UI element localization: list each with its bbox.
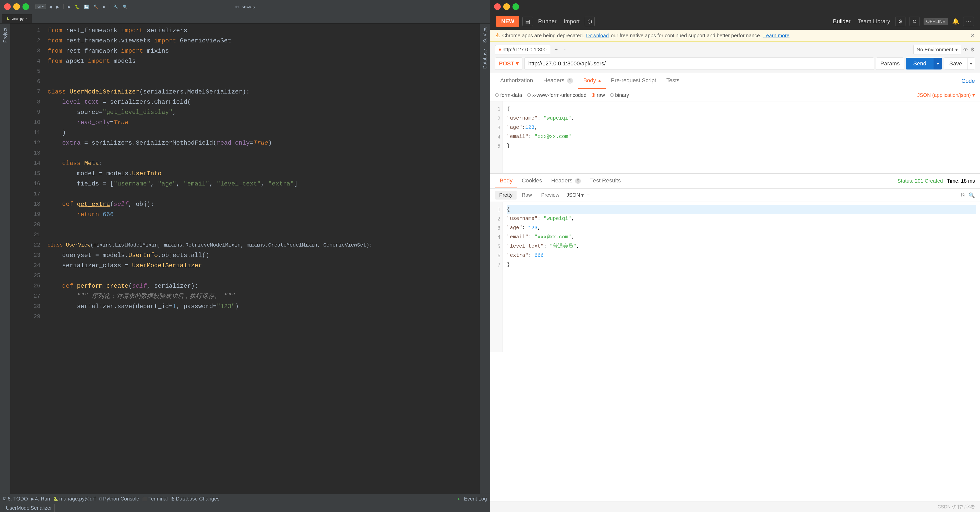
test-results-tab[interactable]: Test Results	[585, 174, 625, 188]
save-button[interactable]: Save	[944, 57, 967, 70]
code-line-5	[48, 67, 476, 77]
cookies-tab[interactable]: Cookies	[517, 174, 546, 188]
build-button[interactable]: 🔨	[92, 4, 99, 10]
run-status[interactable]: ▶ 4: Run	[31, 496, 50, 502]
eye-icon-button[interactable]: 👁	[963, 46, 968, 53]
ide-tab-views-py[interactable]: 🐍 views.py ✕	[2, 14, 32, 23]
ide-tabs-bar: 🐍 views.py ✕	[0, 13, 490, 24]
response-code-area[interactable]: 1 2 3 4 5 6 7 { "username": "wupeiqi", "…	[490, 202, 980, 352]
headers-response-tab[interactable]: Headers 9	[547, 174, 586, 188]
send-dropdown-button[interactable]: ▾	[934, 58, 942, 70]
back-button[interactable]: ◀	[48, 4, 53, 10]
notification-bell-icon[interactable]: 🔔	[952, 18, 959, 25]
raw-radio[interactable]: raw	[592, 92, 605, 98]
save-dropdown-button[interactable]: ▾	[967, 57, 975, 70]
url-input[interactable]	[525, 57, 874, 70]
binary-radio[interactable]: binary	[610, 92, 629, 98]
ide-title: drf – views.py	[235, 5, 255, 9]
more-tabs-button[interactable]: ···	[562, 46, 570, 53]
todo-status[interactable]: ☑ 6: TODO	[3, 496, 28, 502]
run-button[interactable]: ▶	[67, 4, 72, 10]
builder-nav-link[interactable]: Builder	[831, 18, 852, 25]
monitor-icon-button[interactable]: ⬡	[585, 17, 595, 26]
json-type-selector[interactable]: JSON (application/json) ▾	[917, 92, 975, 98]
search-button[interactable]: 🔍	[121, 4, 129, 10]
more-options-button[interactable]: ⋯	[963, 17, 974, 26]
urlencoded-radio[interactable]: x-www-form-urlencoded	[527, 92, 587, 98]
sync-button[interactable]: 🔄	[83, 4, 90, 10]
settings-button[interactable]: ⚙	[895, 17, 905, 26]
event-log-status[interactable]: Event Log	[464, 496, 487, 502]
runner-nav-link[interactable]: Runner	[536, 18, 558, 25]
learn-more-link[interactable]: Learn more	[763, 33, 789, 38]
postman-window-controls	[494, 3, 519, 10]
method-selector[interactable]: POST ▾	[495, 57, 522, 70]
tests-tab[interactable]: Tests	[661, 73, 684, 89]
postman-close-button[interactable]	[494, 3, 501, 10]
urlencoded-radio-circle	[527, 93, 531, 97]
headers-tab[interactable]: Headers 1	[538, 73, 578, 89]
body-dot	[598, 80, 601, 82]
env-settings-button[interactable]: ⚙	[970, 46, 975, 53]
ide-close-button[interactable]	[4, 3, 11, 10]
forward-button[interactable]: ▶	[55, 4, 60, 10]
add-tab-button[interactable]: +	[552, 45, 560, 54]
response-code-content[interactable]: { "username": "wupeiqi", "age": 123, "em…	[503, 202, 980, 352]
terminal-status[interactable]: ⬛ Terminal	[142, 496, 168, 502]
new-button[interactable]: NEW	[496, 16, 519, 27]
authorization-tab[interactable]: Authorization	[495, 73, 538, 89]
request-body-code-content[interactable]: { "username": "wupeiqi", "age":123, "ema…	[503, 101, 980, 173]
postman-maximize-button[interactable]	[512, 3, 519, 10]
env-dropdown[interactable]: No Environment ▾	[913, 45, 961, 54]
raw-tab[interactable]: Raw	[517, 191, 536, 199]
debug-button[interactable]: 🐛	[74, 4, 81, 10]
project-tab[interactable]: Project	[1, 24, 9, 46]
code-content[interactable]: from rest_framework import serializers f…	[43, 24, 480, 494]
code-editor-area[interactable]: 1 2 3 4 5 6 7 8 9 10 11 12 13 14 15 16 1	[10, 24, 480, 494]
send-button[interactable]: Send	[906, 58, 933, 70]
database-tab[interactable]: Database	[481, 46, 489, 72]
ide-maximize-button[interactable]	[22, 3, 29, 10]
form-data-radio[interactable]: form-data	[495, 92, 522, 98]
todo-label: 6: TODO	[8, 496, 28, 502]
req-body-line-3: "age":123,	[507, 123, 976, 132]
team-library-nav-link[interactable]: Team Library	[856, 18, 892, 25]
url-tab-1[interactable]: http://127.0.0.1:800	[495, 45, 550, 54]
manage-status[interactable]: 🐍 manage.py@drf	[53, 496, 96, 502]
toolbar-separator	[63, 4, 64, 9]
import-nav-link[interactable]: Import	[562, 18, 581, 25]
code-line-19: return 666	[48, 209, 476, 220]
body-response-tab[interactable]: Body	[495, 174, 517, 188]
response-section: Body Cookies Headers 9 Test Results Stat…	[490, 173, 980, 352]
ide-minimize-button[interactable]	[13, 3, 20, 10]
db-changes-status[interactable]: 🗄 Database Changes	[171, 496, 220, 502]
json-format-selector[interactable]: JSON ▾	[566, 192, 584, 198]
banner-close-button[interactable]: ✕	[970, 32, 975, 39]
tab-close-icon[interactable]: ✕	[25, 18, 27, 20]
wrench-button[interactable]: 🔧	[112, 4, 119, 10]
postman-minimize-button[interactable]	[503, 3, 510, 10]
gutter-area	[10, 24, 25, 494]
preview-tab[interactable]: Preview	[537, 191, 563, 199]
stop-button[interactable]: ■	[101, 4, 106, 10]
pretty-tab[interactable]: Pretty	[495, 191, 517, 199]
sync-status-button[interactable]: ↻	[910, 17, 920, 26]
python-console-status[interactable]: ⊡ Python Console	[99, 496, 139, 502]
pre-request-tab[interactable]: Pre-request Script	[606, 73, 661, 89]
code-editor[interactable]: 1 2 3 4 5 6 7 8 9 10 11 12 13 14 15 16 1	[10, 24, 480, 494]
params-button[interactable]: Params	[876, 57, 904, 70]
download-link[interactable]: Download	[586, 33, 609, 38]
manage-label: manage.py@drf	[59, 496, 96, 502]
search-response-button[interactable]: 🔍	[969, 191, 975, 199]
code-link[interactable]: Code	[961, 78, 975, 84]
code-line-14: class Meta:	[48, 158, 476, 169]
request-body-code-area[interactable]: 1 2 3 4 5 { "username": "wupeiqi", "age"…	[490, 101, 980, 173]
layout-icon-button[interactable]: ▤	[522, 17, 533, 26]
body-options-row: form-data x-www-form-urlencoded raw bina…	[490, 89, 980, 101]
ide-project-selector[interactable]: drf ▾	[35, 4, 46, 9]
function-hint-bar: UserModelSerializer	[0, 504, 490, 512]
sciview-tab[interactable]: SciView	[481, 24, 489, 46]
copy-response-button[interactable]: ⎘	[959, 191, 966, 199]
wrap-lines-button[interactable]: ≡	[587, 192, 590, 198]
body-tab[interactable]: Body	[578, 73, 606, 89]
